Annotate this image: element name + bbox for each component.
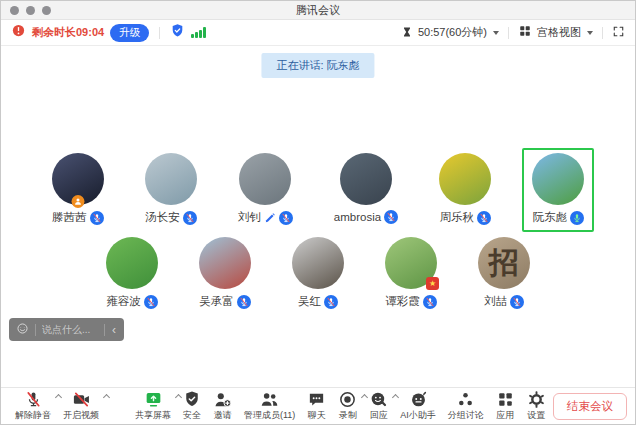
toolbar-item-invite[interactable]: 邀请 [207,389,238,423]
participant-name-row: 汤长安 [145,210,197,225]
members-icon [260,390,279,408]
divider [35,324,36,336]
toolbar-item-chat[interactable]: 聊天 [301,389,332,423]
participant-avatar [340,153,392,205]
reaction-icon [369,390,388,408]
participant-avatar [145,153,197,205]
breakout-icon [456,390,475,408]
mic-muted-icon [477,211,491,225]
participant-tile[interactable]: 滕茜茜 [42,148,114,232]
participant-tile[interactable]: 汤长安 [135,148,207,232]
participant-name: 雍容波 [106,294,141,309]
toolbar-item-label: 回应 [370,409,388,422]
toolbar-item-apps[interactable]: 应用 [490,389,521,423]
invite-icon [213,390,232,408]
participant-tile[interactable]: 招刘喆 [468,232,540,316]
mic-muted-icon [510,295,524,309]
flag-badge: ★ [426,277,439,290]
emoji-icon[interactable] [16,321,29,339]
remaining-time-label: 剩余时长09:04 [32,25,104,40]
timer-dropdown-icon[interactable] [493,31,499,35]
upgrade-button[interactable]: 升级 [110,24,149,42]
chevron-left-icon[interactable]: ‹ [111,324,117,336]
apps-icon [496,390,515,408]
quick-chat-bar: ‹ [9,318,124,341]
participant-avatar [106,237,158,289]
participant-name: 阮东彪 [532,210,567,225]
toolbar-item-label: 录制 [339,409,357,422]
toolbar-item-reaction[interactable]: 回应 [363,389,394,423]
participant-tile-active-speaker[interactable]: 阮东彪 [522,148,594,232]
annotation-pen-icon [264,212,276,224]
view-mode-label[interactable]: 宫格视图 [537,25,581,40]
divider [508,27,509,39]
participant-avatar: ★ [385,237,437,289]
participant-tile[interactable]: 吴承富 [189,232,261,316]
meeting-stage: 正在讲话: 阮东彪 滕茜茜汤长安刘钊ambrosia周乐秋阮东彪雍容波吴承富吴红… [1,46,635,387]
participant-avatar [52,153,104,205]
participant-name-row: 谭彩霞 [385,294,437,309]
mic-muted-icon [144,295,158,309]
speaking-banner: 正在讲话: 阮东彪 [261,53,374,78]
participant-name-row: 刘喆 [484,294,524,309]
toolbar-item-label: 安全 [183,409,201,422]
view-mode-dropdown-icon[interactable] [587,31,593,35]
toolbar-item-settings[interactable]: 设置 [521,389,552,423]
divider [602,27,603,39]
mic-muted-icon [384,210,398,224]
toolbar-item-label: 开启视频 [63,409,99,422]
toolbar-item-label: 共享屏幕 [135,409,171,422]
grid-view-icon[interactable] [518,24,532,42]
mic-muted-icon [183,211,197,225]
participant-tile[interactable]: 刘钊 [228,148,303,232]
window-title: 腾讯会议 [1,3,635,18]
chevron-up-icon[interactable] [103,394,110,401]
participant-name-row: 雍容波 [106,294,158,309]
toolbar-item-camera-off[interactable]: 开启视频 [57,389,105,423]
mic-muted-icon [90,211,104,225]
participant-name-row: 周乐秋 [439,210,491,225]
participant-name: 谭彩霞 [385,294,420,309]
mic-speaking-icon [570,211,584,225]
participant-avatar [239,153,291,205]
info-bar-left: 剩余时长09:04 升级 [11,23,206,42]
participant-name-row: 阮东彪 [532,210,584,225]
end-meeting-button[interactable]: 结束会议 [553,393,627,420]
participant-tile[interactable]: ★谭彩霞 [375,232,447,316]
participant-tile[interactable]: 雍容波 [96,232,168,316]
toolbar-item-screen-share[interactable]: 共享屏幕 [129,389,177,423]
toolbar-item-breakout[interactable]: 分组讨论 [442,389,490,423]
toolbar-item-label: 聊天 [308,409,326,422]
fullscreen-icon[interactable] [612,24,625,42]
title-bar: 腾讯会议 [1,1,635,20]
toolbar-item-mic-off[interactable]: 解除静音 [9,389,57,423]
host-badge [71,195,84,208]
participant-row: 滕茜茜汤长安刘钊ambrosia周乐秋阮东彪 [1,148,635,232]
participant-name: 刘喆 [484,294,507,309]
participant-name: 吴红 [298,294,321,309]
participant-name: 吴承富 [199,294,234,309]
participant-avatar [439,153,491,205]
toolbar-item-record[interactable]: 录制 [332,389,363,423]
participant-tile[interactable]: 周乐秋 [429,148,501,232]
participant-name-row: 吴承富 [199,294,251,309]
participant-tile[interactable]: ambrosia [324,148,408,232]
security-shield-icon[interactable] [170,23,185,42]
info-bar-right: 50:57(60分钟) 宫格视图 [401,24,625,42]
participant-avatar [199,237,251,289]
toolbar-item-ai-assistant[interactable]: AI小助手 [394,389,442,423]
chat-message-input[interactable] [42,324,98,335]
toolbar-item-label: 解除静音 [15,409,51,422]
toolbar-item-members[interactable]: 管理成员(11) [238,389,301,423]
toolbar-item-shield[interactable]: 安全 [177,389,207,423]
participant-avatar: 招 [478,237,530,289]
network-signal-icon[interactable] [191,27,206,38]
toolbar-item-label: AI小助手 [400,409,436,422]
participant-name-row: 滕茜茜 [52,210,104,225]
screen-share-icon [144,390,163,408]
participant-tile[interactable]: 吴红 [282,232,354,316]
participant-grid: 滕茜茜汤长安刘钊ambrosia周乐秋阮东彪雍容波吴承富吴红★谭彩霞招刘喆 [1,148,635,316]
participant-name-row: 吴红 [298,294,338,309]
participant-name: 滕茜茜 [52,210,87,225]
shield-icon [183,390,201,408]
